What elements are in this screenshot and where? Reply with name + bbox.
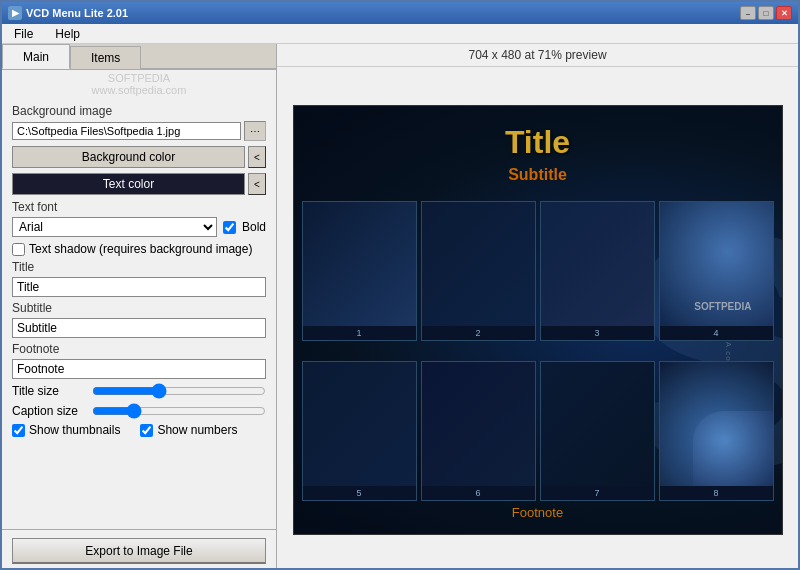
tab-main[interactable]: Main [2,44,70,69]
thumb-1: 1 [302,201,417,341]
preview-brand-label: SOFTPEDIA [694,301,751,312]
menu-help[interactable]: Help [49,25,86,43]
bottom-bar: Export to Image File [2,529,276,570]
show-thumbnails-checkbox[interactable] [12,424,25,437]
thumb-3: 3 [540,201,655,341]
menu-bar: File Help [2,24,798,44]
caption-size-label: Caption size [12,404,92,418]
minimize-button[interactable]: – [740,6,756,20]
preview-header: 704 x 480 at 71% preview [277,44,798,67]
main-layout: Main Items SOFTPEDIA www.softpedia.com B… [2,44,798,570]
app-icon: ▶ [8,6,22,20]
title-label: Title [12,260,266,274]
preview-subtitle: Subtitle [294,166,782,184]
subtitle-input[interactable] [12,318,266,338]
background-color-button[interactable]: Background color [12,146,245,168]
thumb-grid-bottom: 5 6 7 [302,361,774,501]
text-shadow-label: Text shadow (requires background image) [29,242,252,256]
title-bar: ▶ VCD Menu Lite 2.01 – □ ✕ [2,2,798,24]
subtitle-group: Subtitle [12,301,266,338]
text-color-row: Text color < [12,173,266,195]
maximize-button[interactable]: □ [758,6,774,20]
footnote-label: Footnote [12,342,266,356]
text-color-arrow[interactable]: < [248,173,266,195]
footnote-input[interactable] [12,359,266,379]
preview-footnote: Footnote [294,505,782,520]
thumb-num-1: 1 [303,326,416,340]
thumb-num-2: 2 [422,326,535,340]
title-size-row: Title size [12,383,266,399]
font-select[interactable]: Arial Times New Roman Courier New [12,217,217,237]
text-shadow-checkbox[interactable] [12,243,25,256]
thumb-2: 2 [421,201,536,341]
text-shadow-row: Text shadow (requires background image) [12,242,266,256]
thumb-grid-top: 1 2 3 [302,201,774,341]
title-bar-buttons: – □ ✕ [740,6,792,20]
bg-image-input[interactable] [12,122,241,140]
subtitle-label: Subtitle [12,301,266,315]
right-panel: 704 x 480 at 71% preview S www.SOFTPEDIA… [277,44,798,570]
tab-items[interactable]: Items [70,46,141,69]
tabs: Main Items [2,44,276,70]
title-input[interactable] [12,277,266,297]
bg-image-label: Background image [12,104,266,118]
caption-size-slider[interactable] [92,403,266,419]
thumb-7: 7 [540,361,655,501]
thumb-num-3: 3 [541,326,654,340]
app-window: ▶ VCD Menu Lite 2.01 – □ ✕ File Help Mai… [0,0,800,570]
bg-image-row: ⋯ [12,121,266,141]
title-size-label: Title size [12,384,92,398]
thumb-4: 4 [659,201,774,341]
left-content: Background image ⋯ Background color < Te… [2,98,276,529]
title-size-slider[interactable] [92,383,266,399]
left-panel: Main Items SOFTPEDIA www.softpedia.com B… [2,44,277,570]
show-numbers-checkbox[interactable] [140,424,153,437]
thumb-6: 6 [421,361,536,501]
bg-color-row: Background color < [12,146,266,168]
thumb-num-5: 5 [303,486,416,500]
preview-area: S www.SOFTPEDIA.com SOFTPEDIA Title Subt… [277,67,798,570]
watermark-text: SOFTPEDIA www.softpedia.com [2,72,276,96]
thumb-num-6: 6 [422,486,535,500]
thumb-8: 8 [659,361,774,501]
thumb-num-4: 4 [660,326,773,340]
watermark-area: SOFTPEDIA www.softpedia.com [2,70,276,98]
bold-label: Bold [242,220,266,234]
browse-button[interactable]: ⋯ [244,121,266,141]
bg-color-arrow[interactable]: < [248,146,266,168]
font-row: Arial Times New Roman Courier New Bold [12,217,266,237]
bottom-checkboxes: Show thumbnails Show numbers [12,423,266,441]
menu-file[interactable]: File [8,25,39,43]
show-numbers-row: Show numbers [140,423,237,437]
thumb-num-8: 8 [660,486,773,500]
preview-title: Title [294,124,782,161]
title-bar-left: ▶ VCD Menu Lite 2.01 [8,6,128,20]
caption-size-row: Caption size [12,403,266,419]
bold-checkbox[interactable] [223,221,236,234]
title-group: Title [12,260,266,297]
footnote-group: Footnote [12,342,266,379]
bg-image-group: Background image ⋯ [12,104,266,141]
close-button[interactable]: ✕ [776,6,792,20]
export-button[interactable]: Export to Image File [12,538,266,564]
text-color-button[interactable]: Text color [12,173,245,195]
thumb-num-7: 7 [541,486,654,500]
text-font-label: Text font [12,200,266,214]
show-thumbnails-label: Show thumbnails [29,423,120,437]
show-thumbnails-row: Show thumbnails [12,423,120,437]
thumb-5: 5 [302,361,417,501]
preview-canvas: S www.SOFTPEDIA.com SOFTPEDIA Title Subt… [293,105,783,535]
app-title: VCD Menu Lite 2.01 [26,7,128,19]
show-numbers-label: Show numbers [157,423,237,437]
